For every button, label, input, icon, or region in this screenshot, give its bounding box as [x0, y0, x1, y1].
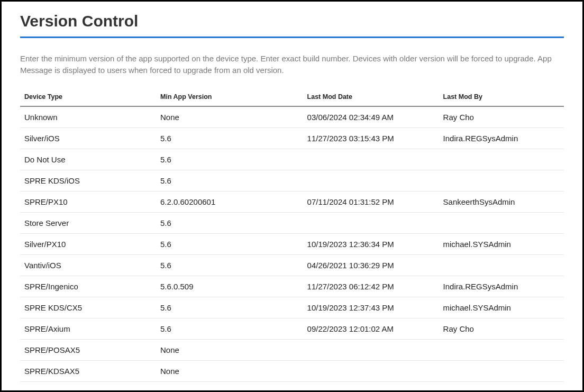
cell-device-type: SPRE/POSAX5 [20, 339, 156, 360]
cell-min-app-version: 5.6 [156, 318, 303, 339]
cell-last-mod-date: 11/27/2023 06:12:42 PM [303, 276, 439, 297]
cell-last-mod-by: Indira.REGSysAdmin [439, 276, 564, 297]
version-control-page: Version Control Enter the minimum versio… [2, 2, 582, 382]
cell-min-app-version: 5.6 [156, 297, 303, 318]
cell-last-mod-by: Indira.REGSysAdmin [439, 127, 564, 149]
cell-last-mod-date: 03/06/2024 02:34:49 AM [303, 106, 439, 128]
cell-last-mod-date [303, 339, 439, 360]
cell-device-type: SPRE/Ingenico [20, 276, 156, 297]
cell-last-mod-by: Ray Cho [439, 318, 564, 339]
cell-last-mod-by [439, 254, 564, 276]
version-table: Device Type Min App Version Last Mod Dat… [20, 88, 564, 382]
table-row[interactable]: UnknownNone03/06/2024 02:34:49 AMRay Cho [20, 106, 564, 128]
cell-last-mod-date: 10/19/2023 12:37:43 PM [303, 297, 439, 318]
cell-last-mod-date: 11/27/2023 03:15:43 PM [303, 127, 439, 149]
cell-last-mod-by: Ray Cho [439, 106, 564, 128]
table-row[interactable]: Silver/PX105.610/19/2023 12:36:34 PMmich… [20, 233, 564, 254]
cell-min-app-version: 5.6 [156, 149, 303, 170]
table-row[interactable]: SPRE/POSAX5None [20, 339, 564, 360]
cell-last-mod-by [439, 339, 564, 360]
cell-min-app-version: 5.6 [156, 212, 303, 233]
table-row[interactable]: Do Not Use5.6 [20, 149, 564, 170]
col-header-last-mod-date[interactable]: Last Mod Date [303, 88, 439, 106]
page-title: Version Control [20, 12, 564, 37]
cell-last-mod-by: SankeerthSysAdmin [439, 191, 564, 212]
table-row[interactable]: SPRE KDS/iOS5.6 [20, 170, 564, 191]
col-header-min-app-version[interactable]: Min App Version [156, 88, 303, 106]
cell-device-type: SPRE/Axium [20, 318, 156, 339]
cell-min-app-version: 5.6 [156, 170, 303, 191]
cell-last-mod-by [439, 212, 564, 233]
col-header-device-type[interactable]: Device Type [20, 88, 156, 106]
cell-min-app-version: 5.6 [156, 233, 303, 254]
cell-device-type: SPRE/PX10 [20, 191, 156, 212]
cell-device-type: Vantiv/iOS [20, 254, 156, 276]
cell-device-type: SPRE/KDSAX5 [20, 360, 156, 381]
cell-last-mod-date: 04/26/2021 10:36:29 PM [303, 254, 439, 276]
cell-last-mod-date [303, 360, 439, 381]
cell-last-mod-by [439, 360, 564, 381]
cell-device-type: SPRE KDS/iOS [20, 170, 156, 191]
cell-last-mod-date: 07/11/2024 01:31:52 PM [303, 191, 439, 212]
title-underline [20, 37, 564, 38]
cell-device-type: SPRE KDS/CX5 [20, 297, 156, 318]
cell-last-mod-date [303, 149, 439, 170]
table-row[interactable]: Vantiv/iOS5.604/26/2021 10:36:29 PM [20, 254, 564, 276]
cell-min-app-version: None [156, 106, 303, 128]
cell-last-mod-by: michael.SYSAdmin [439, 233, 564, 254]
cell-last-mod-by: michael.SYSAdmin [439, 297, 564, 318]
cell-last-mod-date [303, 212, 439, 233]
table-row[interactable]: SPRE/PX106.2.0.6020060107/11/2024 01:31:… [20, 191, 564, 212]
col-header-last-mod-by[interactable]: Last Mod By [439, 88, 564, 106]
cell-last-mod-by [439, 149, 564, 170]
cell-device-type: Silver/PX10 [20, 233, 156, 254]
cell-last-mod-date [303, 170, 439, 191]
table-row[interactable]: SPRE KDS/CX55.610/19/2023 12:37:43 PMmic… [20, 297, 564, 318]
cell-device-type: Do Not Use [20, 149, 156, 170]
cell-min-app-version: 5.6.0.509 [156, 276, 303, 297]
table-row[interactable]: SPRE/Axium5.609/22/2023 12:01:02 AMRay C… [20, 318, 564, 339]
cell-device-type: Silver/iOS [20, 127, 156, 149]
table-row[interactable]: Silver/iOS5.611/27/2023 03:15:43 PMIndir… [20, 127, 564, 149]
table-header-row: Device Type Min App Version Last Mod Dat… [20, 88, 564, 106]
cell-min-app-version: 5.6 [156, 127, 303, 149]
cell-min-app-version: None [156, 360, 303, 381]
table-row[interactable]: Store Server5.6 [20, 212, 564, 233]
cell-last-mod-by [439, 170, 564, 191]
cell-min-app-version: 5.6 [156, 254, 303, 276]
cell-min-app-version: None [156, 339, 303, 360]
cell-min-app-version: 6.2.0.60200601 [156, 191, 303, 212]
table-row[interactable]: SPRE/Ingenico5.6.0.50911/27/2023 06:12:4… [20, 276, 564, 297]
cell-device-type: Store Server [20, 212, 156, 233]
cell-device-type: Unknown [20, 106, 156, 128]
cell-last-mod-date: 09/22/2023 12:01:02 AM [303, 318, 439, 339]
page-description: Enter the minimum version of the app sup… [20, 53, 564, 76]
table-row[interactable]: SPRE/KDSAX5None [20, 360, 564, 381]
cell-last-mod-date: 10/19/2023 12:36:34 PM [303, 233, 439, 254]
